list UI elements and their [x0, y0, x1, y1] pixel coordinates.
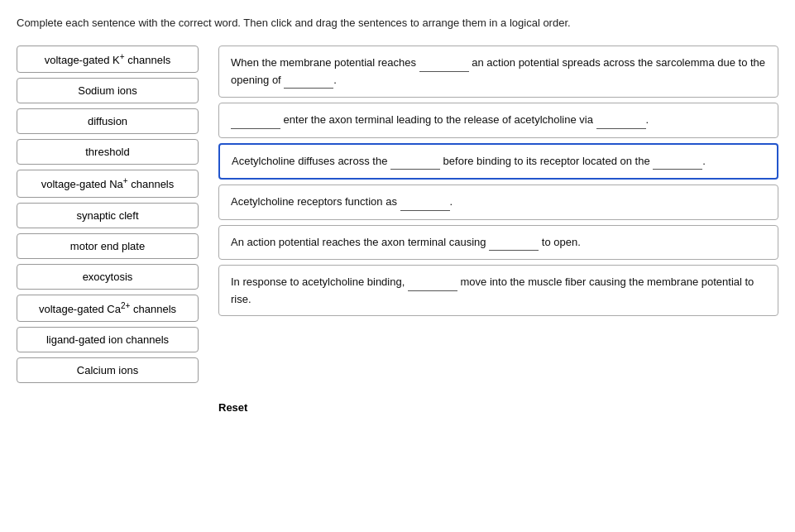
word-card-exocytosis[interactable]: exocytosis: [17, 264, 199, 290]
sentences-panel: When the membrane potential reaches an a…: [218, 46, 778, 316]
reset-row: Reset: [17, 398, 778, 417]
word-card-wna[interactable]: voltage-gated Na+ channels: [17, 170, 199, 197]
sentence-card-s6[interactable]: In response to acetylcholine binding, mo…: [218, 265, 778, 316]
word-card-threshold[interactable]: threshold: [17, 139, 199, 165]
word-bank: voltage-gated K+ channelsSodium ionsdiff…: [17, 46, 199, 383]
word-card-sodium[interactable]: Sodium ions: [17, 78, 199, 103]
instructions: Complete each sentence with the correct …: [17, 17, 778, 29]
sentence-card-s2[interactable]: enter the axon terminal leading to the r…: [218, 103, 778, 138]
word-card-diffusion[interactable]: diffusion: [17, 108, 199, 134]
word-card-motorend[interactable]: motor end plate: [17, 233, 199, 259]
sentence-card-s5[interactable]: An action potential reaches the axon ter…: [218, 225, 778, 261]
word-card-syncleft[interactable]: synaptic cleft: [17, 203, 199, 228]
reset-button[interactable]: Reset: [218, 398, 247, 417]
word-card-calcium[interactable]: Calcium ions: [17, 357, 199, 383]
word-card-wca[interactable]: voltage-gated Ca2+ channels: [17, 295, 199, 322]
main-layout: voltage-gated K+ channelsSodium ionsdiff…: [17, 46, 778, 383]
word-card-wk[interactable]: voltage-gated K+ channels: [17, 46, 199, 73]
word-card-ligand[interactable]: ligand-gated ion channels: [17, 327, 199, 352]
sentence-card-s1[interactable]: When the membrane potential reaches an a…: [218, 46, 778, 98]
sentence-card-s3[interactable]: Acetylcholine diffuses across the before…: [218, 143, 778, 180]
sentence-card-s4[interactable]: Acetylcholine receptors function as .: [218, 185, 778, 220]
